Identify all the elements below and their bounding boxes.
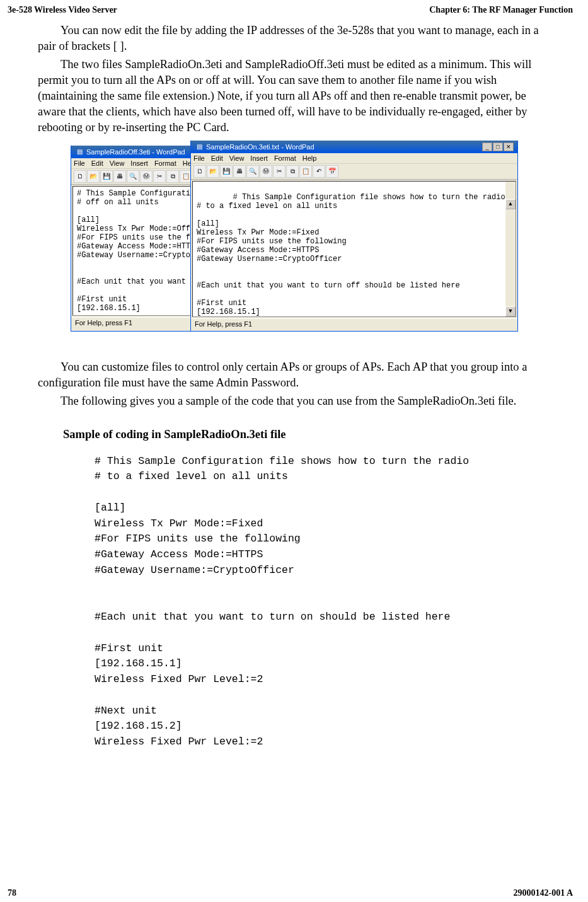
open-icon[interactable]: 📂 xyxy=(87,170,100,183)
find-icon[interactable]: Ⓜ xyxy=(260,165,272,178)
cut-icon[interactable]: ✂ xyxy=(273,165,285,178)
menubar-on: File Edit View Insert Format Help xyxy=(191,153,517,164)
app-icon: ▤ xyxy=(195,142,204,151)
toolbar-on: 🗋 📂 💾 🖶 🔍 Ⓜ ✂ ⧉ 📋 ↶ 📅 xyxy=(191,164,517,180)
statusbar-off: For Help, press F1 xyxy=(71,317,195,328)
save-icon[interactable]: 💾 xyxy=(220,165,233,178)
menubar-off: File Edit View Insert Format Help xyxy=(71,158,195,169)
menu-file[interactable]: File xyxy=(193,154,205,162)
paragraph-1: You can now edit the file by adding the … xyxy=(38,23,544,54)
page-content: You can now edit the file by adding the … xyxy=(0,23,588,750)
editor-off[interactable]: # This Sample Configuration # off on all… xyxy=(72,186,193,316)
find-icon[interactable]: Ⓜ xyxy=(140,170,153,183)
new-icon[interactable]: 🗋 xyxy=(74,170,86,183)
screenshot-group: ▤ SampleRadioOff.3eti - WordPad File Edi… xyxy=(71,141,544,332)
window-title-on: SampleRadioOn.3eti.txt - WordPad xyxy=(206,143,314,151)
editor-on[interactable]: # This Sample Configuration file shows h… xyxy=(192,181,516,317)
titlebar-on[interactable]: ▤ SampleRadioOn.3eti.txt - WordPad _ □ ✕ xyxy=(191,141,517,153)
print-icon[interactable]: 🖶 xyxy=(233,165,246,178)
cut-icon[interactable]: ✂ xyxy=(153,170,166,183)
paragraph-3: You can customize files to control only … xyxy=(38,359,544,391)
maximize-icon[interactable]: □ xyxy=(493,142,503,151)
menu-format[interactable]: Format xyxy=(154,159,176,167)
close-icon[interactable]: ✕ xyxy=(504,142,514,151)
titlebar-off[interactable]: ▤ SampleRadioOff.3eti - WordPad xyxy=(71,146,195,158)
menu-help[interactable]: Help xyxy=(303,154,317,162)
open-icon[interactable]: 📂 xyxy=(207,165,219,178)
copy-icon[interactable]: ⧉ xyxy=(286,165,299,178)
code-sample: # This Sample Configuration file shows h… xyxy=(95,454,544,750)
header-right: Chapter 6: The RF Manager Function xyxy=(429,5,573,15)
preview-icon[interactable]: 🔍 xyxy=(127,170,139,183)
window-controls: _ □ ✕ xyxy=(482,142,514,151)
paragraph-4: The following gives you a sample of the … xyxy=(38,393,544,409)
page-footer: 78 29000142-001 A xyxy=(8,888,573,898)
window-title-off: SampleRadioOff.3eti - WordPad xyxy=(86,148,185,156)
wordpad-window-off: ▤ SampleRadioOff.3eti - WordPad File Edi… xyxy=(71,146,195,332)
header-left: 3e-528 Wireless Video Server xyxy=(8,5,117,15)
toolbar-off: 🗋 📂 💾 🖶 🔍 Ⓜ ✂ ⧉ 📋 xyxy=(71,169,195,185)
statusbar-on: For Help, press F1 xyxy=(191,318,517,329)
preview-icon[interactable]: 🔍 xyxy=(246,165,259,178)
sample-coding-heading: Sample of coding in SampleRadioOn.3eti f… xyxy=(63,428,544,441)
menu-edit[interactable]: Edit xyxy=(211,154,223,162)
paragraph-2: The two files SampleRadioOn.3eti and Sam… xyxy=(38,57,544,136)
page-number: 78 xyxy=(8,888,16,898)
page-header: 3e-528 Wireless Video Server Chapter 6: … xyxy=(0,0,588,23)
menu-file[interactable]: File xyxy=(74,159,85,167)
menu-edit[interactable]: Edit xyxy=(91,159,103,167)
vertical-scrollbar[interactable]: ▲ ▼ xyxy=(505,182,516,316)
editor-content-on: # This Sample Configuration file shows h… xyxy=(197,193,505,317)
menu-view[interactable]: View xyxy=(110,159,125,167)
save-icon[interactable]: 💾 xyxy=(100,170,113,183)
minimize-icon[interactable]: _ xyxy=(482,142,492,151)
menu-insert[interactable]: Insert xyxy=(250,154,268,162)
doc-number: 29000142-001 A xyxy=(514,888,574,898)
paste-icon[interactable]: 📋 xyxy=(299,165,312,178)
new-icon[interactable]: 🗋 xyxy=(193,165,206,178)
menu-view[interactable]: View xyxy=(229,154,245,162)
undo-icon[interactable]: ↶ xyxy=(313,165,325,178)
menu-insert[interactable]: Insert xyxy=(130,159,148,167)
copy-icon[interactable]: ⧉ xyxy=(166,170,179,183)
scroll-up-icon[interactable]: ▲ xyxy=(505,199,516,209)
scroll-down-icon[interactable]: ▼ xyxy=(505,306,516,316)
print-icon[interactable]: 🖶 xyxy=(113,170,126,183)
wordpad-window-on: ▤ SampleRadioOn.3eti.txt - WordPad _ □ ✕… xyxy=(190,141,518,332)
app-icon: ▤ xyxy=(75,147,84,156)
date-icon[interactable]: 📅 xyxy=(326,165,338,178)
menu-format[interactable]: Format xyxy=(274,154,296,162)
